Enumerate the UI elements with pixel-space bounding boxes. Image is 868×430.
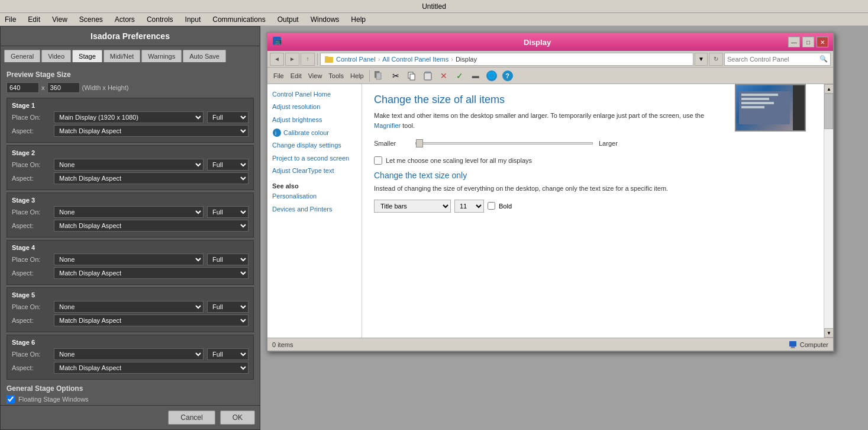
nav-breadcrumb-dropdown[interactable]: ▼ [695,53,708,66]
stage-3-size-select[interactable]: Full [207,206,249,218]
stage-2-size-select[interactable]: Full [207,159,249,171]
tab-midinet[interactable]: Midi/Net [104,50,140,62]
text-size-type-select[interactable]: Title bars [374,200,451,213]
up-button[interactable]: ↑ [301,53,315,66]
menu-edit[interactable]: Edit [25,15,43,24]
floating-stage-windows-checkbox[interactable] [7,395,15,403]
menu-scenes[interactable]: Scenes [77,15,105,24]
toolbar-icon-pages[interactable] [373,69,387,82]
svg-rect-14 [790,348,795,348]
tab-stage[interactable]: Stage [72,50,102,62]
stage-6-size-select[interactable]: Full [207,348,249,360]
status-items: 0 items [272,341,293,348]
tab-warnings[interactable]: Warnings [141,50,182,62]
toolbar-file[interactable]: File [271,71,286,81]
breadcrumb-arrow-2: › [451,56,453,63]
menu-output[interactable]: Output [275,15,301,24]
menu-controls[interactable]: Controls [144,15,176,24]
search-input[interactable] [727,56,819,63]
close-button[interactable]: ✕ [817,37,828,47]
app-titlebar: Untitled [0,0,868,13]
sidebar-change-display-settings[interactable]: Change display settings [272,141,357,150]
scrollbar-down-btn[interactable]: ▼ [824,328,833,338]
display-scrollbar: ▲ ▼ [824,84,833,338]
toolbar-icon-minus[interactable]: ▬ [469,69,483,82]
toolbar-icon-paste[interactable] [421,69,435,82]
tab-general[interactable]: General [4,50,40,62]
preview-width-input[interactable] [7,82,39,93]
stage-2-label: Stage 2 [12,149,249,156]
bold-checkbox[interactable] [488,202,495,210]
toolbar-icon-copy[interactable] [405,69,419,82]
floating-stage-windows-label: Floating Stage Windows [18,396,89,403]
sidebar-adjust-resolution[interactable]: Adjust resolution [272,102,357,111]
menu-input[interactable]: Input [183,15,204,24]
toolbar-icon-delete[interactable]: ✕ [437,69,451,82]
stage-2-aspect-select[interactable]: Match Display Aspect [54,172,249,184]
toolbar-icon-checkmark[interactable]: ✓ [453,69,467,82]
stage-4-aspect-select[interactable]: Match Display Aspect [54,267,249,279]
cancel-button[interactable]: Cancel [168,410,215,425]
sidebar-calibrate-colour[interactable]: i Calibrate colour [272,128,357,137]
stage-6-place-on-select[interactable]: None [54,348,204,360]
toolbar-view[interactable]: View [306,71,325,81]
stage-3-aspect-select[interactable]: Match Display Aspect [54,220,249,232]
prefs-tabs: General Video Stage Midi/Net Warnings Au… [1,46,260,62]
preview-height-input[interactable] [47,82,80,93]
general-options-label: General Stage Options [7,384,254,393]
stage-1-place-on-select[interactable]: Main Display (1920 x 1080) None [54,111,204,123]
stage-2-block: Stage 2 Place On: None Main Display (192… [7,145,254,190]
stage-5-size-select[interactable]: Full [207,301,249,313]
sidebar-devices-printers[interactable]: Devices and Printers [272,205,357,214]
scrollbar-up-btn[interactable]: ▲ [824,84,833,94]
stage-1-size-select[interactable]: Full Half [207,111,249,123]
toolbar-icon-scissors[interactable]: ✂ [389,69,403,82]
stage-5-place-on-select[interactable]: None [54,301,204,313]
stage-2-place-on-select[interactable]: None Main Display (1920 x 1080) [54,159,204,171]
toolbar-icon-question[interactable]: ? [501,69,515,82]
text-size-dropdown-row: Title bars 11 8 9 10 12 14 Bold [374,200,812,213]
slider-thumb[interactable] [416,139,423,147]
sidebar-adjust-cleartype[interactable]: Adjust ClearType text [272,166,357,175]
scrollbar-track[interactable] [824,94,833,328]
sidebar-adjust-brightness[interactable]: Adjust brightness [272,115,357,124]
maximize-button[interactable]: □ [802,37,814,47]
menu-file[interactable]: File [2,15,18,24]
stage-1-aspect-select[interactable]: Match Display Aspect None [54,125,249,137]
sidebar-control-panel-home[interactable]: Control Panel Home [272,90,357,99]
scaling-checkbox[interactable] [374,156,382,165]
toolbar-edit[interactable]: Edit [288,71,304,81]
menu-actors[interactable]: Actors [112,15,137,24]
menu-help[interactable]: Help [349,15,368,24]
stage-4-size-select[interactable]: Full [207,253,249,265]
text-size-number-select[interactable]: 11 8 9 10 12 14 [454,200,484,213]
tab-autosave[interactable]: Auto Save [183,50,226,62]
back-button[interactable]: ◄ [270,53,284,66]
slider-smaller-label: Smaller [374,140,409,147]
menu-communications[interactable]: Communications [210,15,267,24]
toolbar-help[interactable]: Help [348,71,366,81]
breadcrumb-all-items[interactable]: All Control Panel Items [382,56,448,63]
forward-button[interactable]: ► [285,53,299,66]
menu-view[interactable]: View [50,15,70,24]
menu-windows[interactable]: Windows [308,15,342,24]
sidebar-project-second-screen[interactable]: Project to a second screen [272,154,357,163]
stage-4-place-on-select[interactable]: None [54,253,204,265]
minimize-button[interactable]: — [788,37,800,47]
help-icon: ? [502,70,513,81]
aspect-label-3: Aspect: [12,222,50,229]
ok-button[interactable]: OK [220,410,255,425]
scrollbar-thumb[interactable] [824,94,833,129]
preview-placeholder [735,84,806,131]
breadcrumb-control-panel[interactable]: Control Panel [336,56,376,63]
stage-5-aspect-select[interactable]: Match Display Aspect [54,315,249,326]
magnifier-link[interactable]: Magnifier [374,122,401,129]
sidebar-personalisation[interactable]: Personalisation [272,192,357,201]
toolbar-icon-globe[interactable]: 🌐 [485,69,499,82]
nav-refresh-btn[interactable]: ↻ [709,53,723,66]
toolbar-tools[interactable]: Tools [326,71,346,81]
stage-6-aspect-select[interactable]: Match Display Aspect [54,362,249,374]
stage-3-place-on-select[interactable]: None [54,206,204,218]
tab-video[interactable]: Video [41,50,71,62]
slider-bar[interactable] [415,142,593,145]
